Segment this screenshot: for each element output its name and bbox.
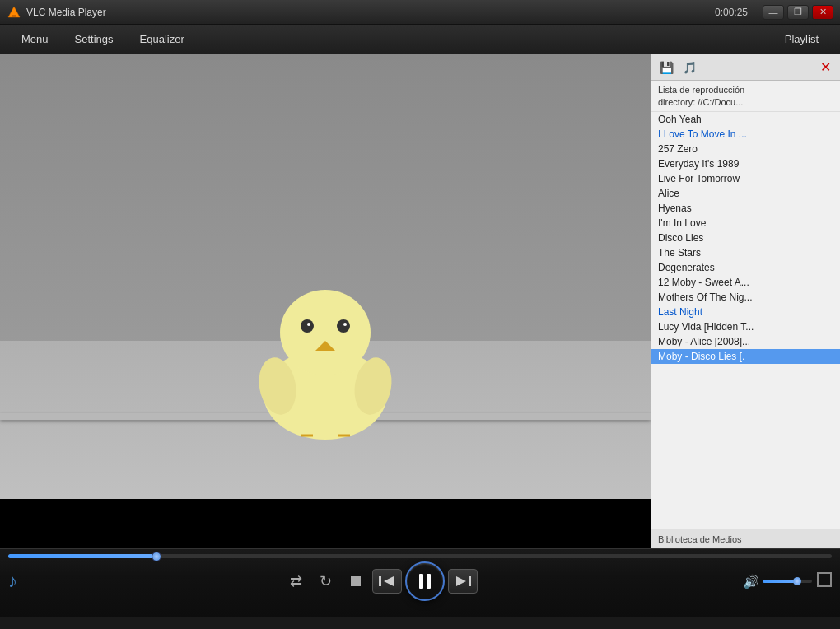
svg-rect-1 bbox=[12, 15, 16, 17]
svg-marker-21 bbox=[456, 576, 466, 586]
playlist-header: Lista de reproducción directory: //C:/Do… bbox=[651, 81, 840, 112]
next-button[interactable] bbox=[448, 569, 478, 594]
title-controls: — ❐ ✕ bbox=[763, 5, 833, 20]
save-icon: 💾 bbox=[660, 61, 674, 74]
minimize-button[interactable]: — bbox=[763, 5, 784, 20]
progress-thumb bbox=[152, 552, 161, 561]
playlist-item[interactable]: Ooh Yeah bbox=[651, 112, 840, 127]
chick-scene bbox=[0, 54, 651, 548]
playlist-button[interactable]: Playlist bbox=[772, 30, 832, 49]
menu-bar: Menu Settings Equalizer Playlist bbox=[0, 25, 840, 54]
repeat-button[interactable]: ↻ bbox=[313, 568, 339, 594]
playlist-footer: Biblioteca de Medios bbox=[651, 529, 840, 548]
video-content bbox=[0, 54, 651, 548]
playlist-item[interactable]: I Love To Move In ... bbox=[651, 127, 840, 142]
video-area bbox=[0, 54, 651, 548]
svg-point-4 bbox=[301, 319, 314, 333]
previous-button[interactable] bbox=[372, 569, 402, 594]
stop-button[interactable] bbox=[343, 568, 369, 594]
black-bottom-letterbox bbox=[0, 499, 651, 548]
svg-rect-15 bbox=[351, 576, 361, 586]
playlist-header-line2: directory: //C:/Docu... bbox=[658, 96, 833, 109]
svg-point-6 bbox=[337, 319, 350, 333]
svg-rect-18 bbox=[419, 574, 423, 589]
svg-point-3 bbox=[280, 290, 371, 375]
menu-item-settings[interactable]: Settings bbox=[62, 30, 127, 49]
close-icon: ✕ bbox=[820, 59, 831, 75]
center-controls: ⇄ ↻ bbox=[283, 561, 478, 601]
svg-marker-17 bbox=[384, 576, 394, 586]
app-title: VLC Media Player bbox=[26, 7, 106, 18]
svg-rect-19 bbox=[427, 574, 431, 589]
playlist-item[interactable]: Moby - Disco Lies [. bbox=[651, 349, 840, 364]
vlc-icon bbox=[7, 5, 21, 20]
svg-rect-20 bbox=[469, 576, 471, 586]
playlist-item[interactable]: 257 Zero bbox=[651, 142, 840, 156]
svg-point-7 bbox=[343, 323, 347, 326]
playlist-close-button[interactable]: ✕ bbox=[815, 58, 835, 77]
playlist-item[interactable]: Live For Tomorrow bbox=[651, 171, 840, 186]
playlist-header-line1: Lista de reproducción bbox=[658, 84, 833, 96]
controls-bar: ♪ ⇄ ↻ bbox=[0, 548, 840, 617]
chick-svg bbox=[243, 259, 408, 440]
svg-rect-22 bbox=[818, 573, 831, 586]
playlist-item[interactable]: Degenerates bbox=[651, 260, 840, 275]
controls-wrapper: ♪ ⇄ ↻ bbox=[0, 548, 840, 617]
playlist-item[interactable]: Lucy Vida [Hidden T... bbox=[651, 319, 840, 334]
fullscreen-button[interactable] bbox=[817, 572, 832, 590]
title-bar: VLC Media Player 0:00:25 — ❐ ✕ bbox=[0, 0, 840, 25]
progress-track[interactable] bbox=[8, 554, 832, 558]
prev-icon bbox=[379, 575, 395, 588]
playlist-scroll[interactable]: Lista de reproducción directory: //C:/Do… bbox=[651, 81, 840, 529]
time-display: 0:00:25 bbox=[715, 7, 748, 18]
playlist-item[interactable]: Moby - Alice [2008]... bbox=[651, 334, 840, 349]
volume-track[interactable] bbox=[763, 580, 812, 583]
volume-icon[interactable]: 🔊 bbox=[743, 574, 759, 589]
playlist-item[interactable]: Last Night bbox=[651, 305, 840, 319]
left-controls: ♪ bbox=[8, 571, 17, 592]
progress-area bbox=[8, 554, 832, 558]
library-label: Biblioteca de Medios bbox=[658, 534, 742, 544]
svg-point-5 bbox=[307, 323, 310, 326]
playlist-item[interactable]: Everyday It's 1989 bbox=[651, 156, 840, 171]
music-note-icon: ♪ bbox=[8, 571, 17, 592]
stop-icon bbox=[349, 575, 362, 588]
playlist-item[interactable]: Hyenas bbox=[651, 201, 840, 216]
playlist-item[interactable]: Mothers Of The Nig... bbox=[651, 290, 840, 305]
volume-thumb bbox=[793, 577, 801, 585]
svg-rect-16 bbox=[379, 576, 381, 586]
playlist-item[interactable]: Alice bbox=[651, 186, 840, 201]
main-area: 💾 🎵 ✕ Lista de reproducción directory: /… bbox=[0, 54, 840, 548]
playlist-item[interactable]: The Stars bbox=[651, 245, 840, 260]
volume-fill bbox=[763, 580, 797, 583]
buttons-row: ♪ ⇄ ↻ bbox=[8, 561, 832, 601]
playlist-save-button[interactable]: 💾 bbox=[656, 58, 676, 77]
title-left: VLC Media Player bbox=[7, 5, 106, 20]
close-button[interactable]: ✕ bbox=[812, 5, 833, 20]
volume-area: 🔊 bbox=[743, 574, 812, 589]
playlist-item[interactable]: 12 Moby - Sweet A... bbox=[651, 275, 840, 290]
playlist-toolbar: 💾 🎵 ✕ bbox=[651, 54, 840, 81]
playlist-panel: 💾 🎵 ✕ Lista de reproducción directory: /… bbox=[651, 54, 840, 548]
playlist-item[interactable]: Disco Lies bbox=[651, 231, 840, 245]
menu-item-equalizer[interactable]: Equalizer bbox=[127, 30, 198, 49]
shuffle-button[interactable]: ⇄ bbox=[283, 568, 310, 594]
playlist-item[interactable]: I'm In Love bbox=[651, 216, 840, 231]
fullscreen-icon bbox=[817, 572, 832, 587]
right-controls: 🔊 bbox=[743, 572, 832, 590]
music-icon: 🎵 bbox=[683, 61, 697, 74]
play-pause-button[interactable] bbox=[405, 561, 445, 601]
restore-button[interactable]: ❐ bbox=[787, 5, 809, 20]
playlist-music-button[interactable]: 🎵 bbox=[679, 58, 699, 77]
playlist-items-container: Ooh YeahI Love To Move In ...257 ZeroEve… bbox=[651, 112, 840, 364]
pause-icon bbox=[418, 573, 432, 589]
menu-item-menu[interactable]: Menu bbox=[8, 30, 62, 49]
progress-fill bbox=[8, 554, 156, 558]
next-icon bbox=[455, 575, 471, 588]
